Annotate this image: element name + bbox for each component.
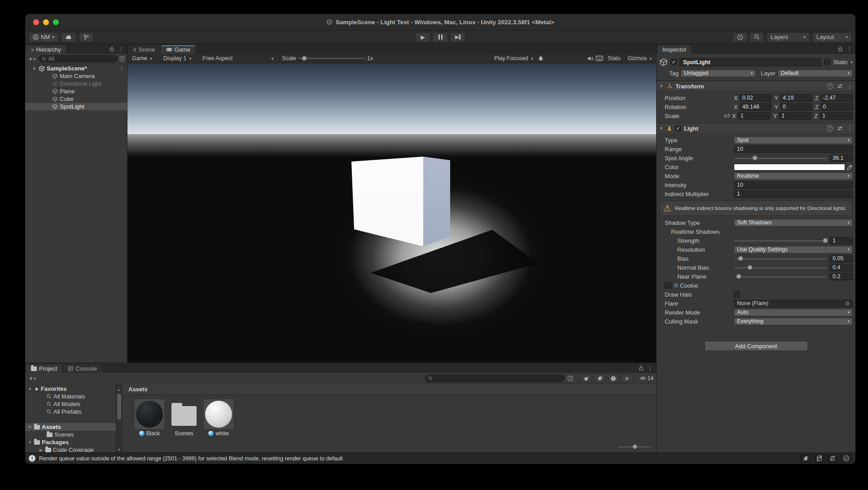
project-search-input[interactable] [425,375,565,382]
tree-all-models[interactable]: All Models [25,400,116,408]
project-add-button[interactable]: +▾ [28,375,37,382]
kebab-menu-icon[interactable]: ⋮ [647,365,653,372]
pause-button[interactable] [433,32,448,42]
tag-dropdown[interactable]: Untagged▾ [681,70,756,77]
tree-code-coverage[interactable]: ▶ Code Coverage [25,446,116,452]
search-button[interactable] [750,32,764,42]
kebab-menu-icon[interactable]: ⋮ [118,65,124,72]
zoom-window-button[interactable] [53,19,59,25]
tree-favorites[interactable]: ▼ ★ Favorites [25,385,116,393]
expander-icon[interactable]: ▼ [659,84,664,88]
account-dropdown[interactable]: NM ▾ [29,32,58,42]
search-importance-button[interactable] [608,374,619,383]
strength-slider[interactable] [734,237,828,245]
hierarchy-scene-row[interactable]: ▼ SampleScene* ⋮ [25,65,127,72]
project-tree-scrollbar[interactable]: ▲ ▼ [116,384,122,452]
culling-mask-dropdown[interactable]: Everything▾ [734,318,853,325]
hierarchy-item-directional-light[interactable]: Directional Light [25,80,127,88]
kebab-menu-icon[interactable]: ⋮ [847,83,853,90]
expander-icon[interactable]: ▶ [39,448,44,452]
status-message[interactable]: Render queue value outside of the allowe… [39,455,343,462]
tree-assets[interactable]: ▼ Assets [25,423,116,431]
favorites-star-button[interactable]: ★ [622,374,632,383]
help-icon[interactable]: ? [827,83,833,89]
layout-dropdown[interactable]: Layout ▾ [812,32,852,42]
scroll-down-icon[interactable]: ▼ [117,448,121,452]
game-viewport[interactable] [127,63,656,363]
expander-icon[interactable]: ▼ [32,66,37,71]
position-x-field[interactable]: 0.02 [740,94,772,102]
expander-icon[interactable]: ▼ [27,387,32,391]
search-window-icon[interactable] [119,56,125,61]
kebab-menu-icon[interactable]: ⋮ [847,125,853,132]
display-dropdown[interactable]: Display 1▾ [161,55,194,62]
strength-field[interactable]: 1 [829,237,853,245]
lock-icon[interactable] [838,46,843,52]
render-mode-dropdown[interactable]: Auto▾ [734,309,853,316]
minimize-window-button[interactable] [43,19,49,25]
eyedropper-icon[interactable] [847,164,853,170]
help-icon[interactable]: ? [827,125,833,131]
intensity-field[interactable]: 10 [734,181,853,189]
link-broken-icon[interactable] [724,113,730,118]
spot-angle-slider[interactable] [734,154,828,162]
gameobject-name-field[interactable]: SpotLight [679,58,821,66]
close-window-button[interactable] [33,19,39,25]
position-y-field[interactable]: 4.19 [780,94,812,102]
frame-debugger-bug-icon[interactable] [538,55,544,61]
hierarchy-search-input[interactable]: All [39,55,118,62]
search-window-icon[interactable] [567,376,573,381]
tree-all-prefabs[interactable]: All Prefabs [25,408,116,416]
refresh-disabled-icon[interactable] [827,454,838,463]
presets-icon[interactable] [837,83,843,89]
transform-component-header[interactable]: ▼ Transform ? ⋮ [657,81,855,92]
scrollbar-thumb[interactable] [117,394,121,420]
light-component-header[interactable]: ▼ ✓ Light ? ⋮ [657,123,855,134]
search-by-type-button[interactable] [581,374,592,383]
progress-check-icon[interactable] [840,454,852,463]
bias-slider[interactable] [734,255,828,262]
layers-dropdown[interactable]: Layers ▾ [767,32,810,42]
tab-console[interactable]: Console [63,364,102,373]
hierarchy-item-spotlight[interactable]: SpotLight [25,103,127,110]
tree-packages[interactable]: ▼ Packages [25,438,116,446]
play-button[interactable]: ▶ [415,32,430,42]
stats-button[interactable]: Stats [605,55,623,62]
hierarchy-add-button[interactable]: +▾ [27,55,37,62]
kebab-menu-icon[interactable]: ⋮ [118,46,124,52]
scale-slider[interactable] [298,55,365,62]
asset-item-white[interactable]: white [204,399,233,452]
tab-project[interactable]: Project [26,364,62,373]
expander-icon[interactable]: ▼ [27,425,32,429]
rotation-x-field[interactable]: 49.146 [740,103,772,111]
cloud-button[interactable] [61,32,76,42]
gizmos-dropdown[interactable]: Gizmos▾ [625,55,654,62]
light-type-dropdown[interactable]: Spot▾ [734,136,853,144]
spot-angle-field[interactable]: 36.1 [829,154,853,162]
rotation-y-field[interactable]: 0 [780,103,812,111]
tab-scene[interactable]: # Scene [128,45,160,54]
scale-x-field[interactable]: 1 [738,112,771,120]
active-checkbox[interactable]: ✓ [671,59,677,65]
visible-items-indicator[interactable]: 14 [640,375,653,381]
hierarchy-item-plane[interactable]: Plane [25,88,127,95]
layer-dropdown[interactable]: Default▾ [778,70,853,77]
search-by-label-button[interactable] [595,374,605,383]
play-focused-dropdown[interactable]: Play Focused▾ [491,55,536,62]
asset-item-scenes[interactable]: Scenes [169,399,199,452]
debugger-disabled-icon[interactable] [800,454,811,463]
resolution-dropdown[interactable]: Use Quality Settings▾ [734,246,853,254]
hierarchy-item-cube[interactable]: Cube [25,95,127,103]
light-enabled-checkbox[interactable]: ✓ [675,125,681,131]
light-color-swatch[interactable] [734,164,845,171]
tree-scenes[interactable]: Scenes [25,431,116,438]
add-component-button[interactable]: Add Component [705,341,808,351]
thumbnail-size-slider[interactable] [618,444,651,450]
presets-icon[interactable] [837,126,843,131]
tab-hierarchy[interactable]: ≡ Hierarchy [26,45,66,54]
mute-audio-icon[interactable] [587,56,594,61]
cache-disabled-icon[interactable] [813,454,825,463]
scale-y-field[interactable]: 1 [779,112,811,120]
game-mode-dropdown[interactable]: Game▾ [129,55,155,62]
chevron-down-icon[interactable]: ▾ [850,60,853,65]
